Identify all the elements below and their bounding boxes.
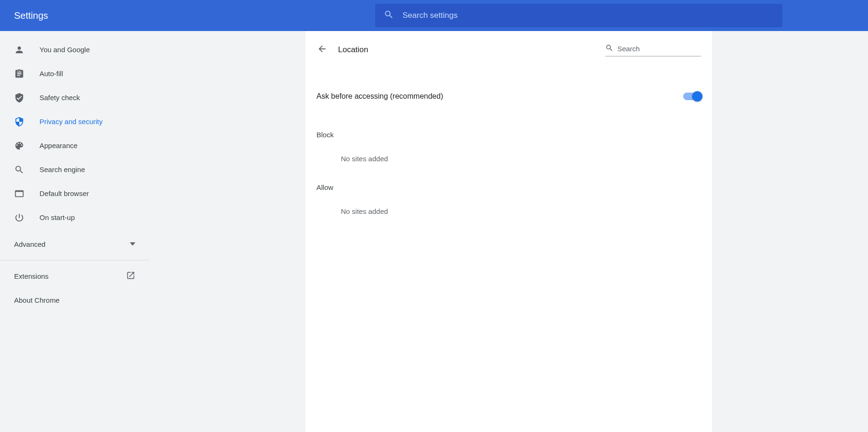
content-area: Location Ask before accessing (recommend… xyxy=(150,31,868,432)
browser-icon xyxy=(14,189,24,199)
page-title: Location xyxy=(338,45,368,55)
clipboard-icon xyxy=(14,69,24,79)
open-in-new-icon xyxy=(126,271,135,282)
page-search-input[interactable] xyxy=(617,45,707,53)
page-header: Location xyxy=(305,31,712,64)
sidebar-item-label: Appearance xyxy=(39,141,78,149)
page-search-field[interactable] xyxy=(605,44,701,56)
sidebar-item-on-startup[interactable]: On start-up xyxy=(0,205,150,229)
about-label: About Chrome xyxy=(14,296,60,304)
sidebar-item-label: On start-up xyxy=(39,213,75,221)
app-title: Settings xyxy=(14,10,48,21)
allow-section: Allow No sites added xyxy=(305,183,712,215)
sidebar-item-you-and-google[interactable]: You and Google xyxy=(0,38,150,62)
toggle-knob xyxy=(692,91,702,102)
palette-icon xyxy=(14,141,24,151)
advanced-label: Advanced xyxy=(14,240,46,248)
ask-before-accessing-label: Ask before accessing (recommended) xyxy=(316,92,443,101)
search-settings-input[interactable] xyxy=(402,11,774,20)
sidebar-item-about-chrome[interactable]: About Chrome xyxy=(0,288,150,312)
shield-icon xyxy=(14,117,24,127)
search-icon xyxy=(14,165,24,175)
search-icon xyxy=(384,9,394,22)
content-card: Location Ask before accessing (recommend… xyxy=(305,31,712,432)
ask-before-accessing-toggle[interactable] xyxy=(683,93,701,100)
block-section-header: Block xyxy=(316,131,701,139)
sidebar-advanced-toggle[interactable]: Advanced xyxy=(0,232,150,256)
app-header: Settings xyxy=(0,0,868,31)
shield-check-icon xyxy=(14,93,24,103)
sidebar-item-auto-fill[interactable]: Auto-fill xyxy=(0,62,150,86)
sidebar-item-search-engine[interactable]: Search engine xyxy=(0,157,150,181)
extensions-label: Extensions xyxy=(14,272,48,280)
sidebar-item-label: Default browser xyxy=(39,189,89,197)
search-settings-field[interactable] xyxy=(375,4,782,27)
allow-section-header: Allow xyxy=(316,183,701,191)
back-button[interactable] xyxy=(316,44,328,55)
chevron-down-icon xyxy=(130,240,135,248)
sidebar-item-label: You and Google xyxy=(39,46,90,54)
ask-before-accessing-row: Ask before accessing (recommended) xyxy=(305,83,712,110)
sidebar-item-label: Search engine xyxy=(39,165,85,173)
sidebar-item-privacy-and-security[interactable]: Privacy and security xyxy=(0,110,150,134)
power-icon xyxy=(14,212,24,223)
sidebar: You and Google Auto-fill Safety check Pr… xyxy=(0,31,150,432)
sidebar-item-extensions[interactable]: Extensions xyxy=(0,264,150,288)
block-section: Block No sites added xyxy=(305,131,712,163)
sidebar-item-label: Privacy and security xyxy=(39,118,103,126)
sidebar-item-default-browser[interactable]: Default browser xyxy=(0,181,150,205)
arrow-back-icon xyxy=(317,44,327,56)
block-section-empty: No sites added xyxy=(341,155,701,163)
search-icon xyxy=(605,44,614,54)
person-icon xyxy=(14,45,24,55)
allow-section-empty: No sites added xyxy=(341,207,701,215)
sidebar-item-appearance[interactable]: Appearance xyxy=(0,134,150,157)
sidebar-item-safety-check[interactable]: Safety check xyxy=(0,86,150,110)
sidebar-item-label: Safety check xyxy=(39,94,80,102)
sidebar-divider xyxy=(0,260,150,260)
sidebar-item-label: Auto-fill xyxy=(39,70,63,78)
